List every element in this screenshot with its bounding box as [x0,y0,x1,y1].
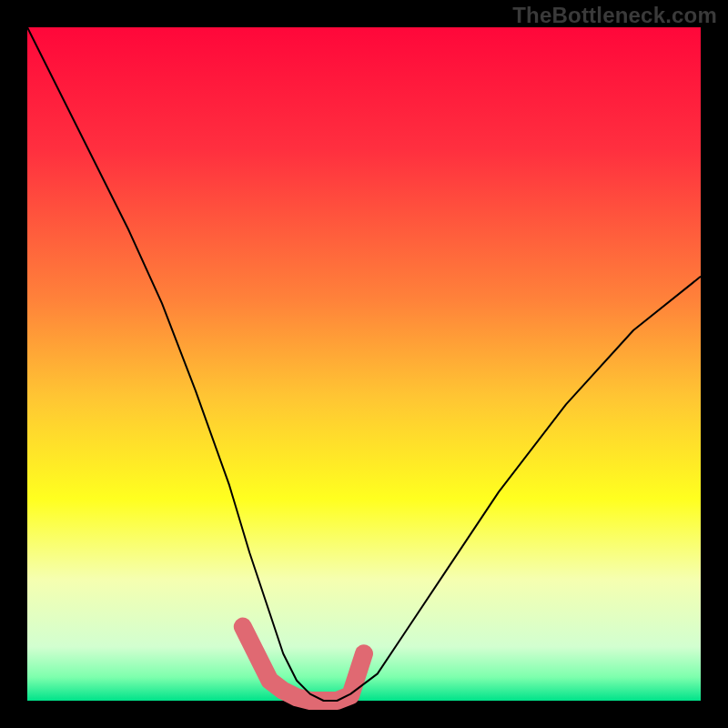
chart-frame: TheBottleneck.com [0,0,728,728]
bottleneck-chart [0,0,728,728]
watermark-label: TheBottleneck.com [512,3,717,28]
gradient-background [27,27,701,701]
